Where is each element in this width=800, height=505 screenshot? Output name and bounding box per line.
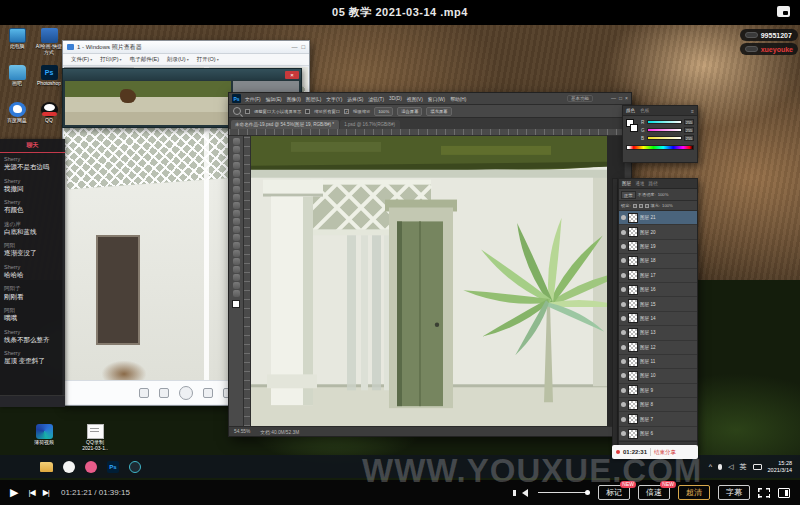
hand-tool-icon[interactable] — [233, 282, 240, 289]
move-tool-icon[interactable] — [233, 138, 240, 145]
ps-menu-item[interactable]: 编辑(E) — [266, 96, 282, 102]
fill-screen-button[interactable]: 填充屏幕 — [426, 107, 451, 116]
clone-tool-icon[interactable] — [233, 202, 240, 209]
mini-window-titlebar[interactable]: × — [63, 69, 301, 80]
green-value[interactable]: 255 — [684, 127, 694, 133]
photo-viewer-menu-item[interactable]: 打印(P) ▾ — [100, 56, 121, 63]
volume-slider[interactable] — [538, 492, 590, 493]
slideshow-icon[interactable] — [179, 386, 193, 400]
close-icon[interactable]: × — [285, 71, 299, 79]
lock-position-icon[interactable] — [645, 204, 649, 208]
theater-mode-icon[interactable] — [778, 488, 790, 498]
chat-message-list[interactable]: Sherry光源不是右边吗Sherry我撤回Sherry有颜色迷の岸白底和蓝线阿… — [0, 153, 65, 383]
desktop-icon-video-app[interactable]: 薄荷视频 — [34, 423, 54, 451]
zoom-percentage[interactable]: 54.55% — [234, 429, 250, 434]
ps-workspace-switcher[interactable]: 基本功能 — [567, 95, 593, 102]
type-tool-icon[interactable] — [233, 258, 240, 265]
photo-viewer-menu-item[interactable]: 电子邮件(E) — [130, 56, 159, 63]
fullscreen-icon[interactable] — [758, 488, 770, 498]
layer-row[interactable]: 图层 7 — [619, 412, 697, 426]
eye-icon[interactable] — [621, 273, 626, 278]
tab-layers[interactable]: 图层 — [622, 181, 631, 186]
path-select-tool-icon[interactable] — [233, 266, 240, 273]
ps-menu-item[interactable]: 文件(F) — [245, 96, 261, 102]
layer-row[interactable]: 图层 9 — [619, 384, 697, 398]
dodge-tool-icon[interactable] — [233, 242, 240, 249]
gradient-tool-icon[interactable] — [233, 226, 240, 233]
crop-tool-icon[interactable] — [233, 170, 240, 177]
desktop-icon-qq[interactable]: QQ — [34, 101, 64, 138]
green-slider[interactable] — [647, 128, 682, 132]
eye-icon[interactable] — [621, 373, 626, 378]
taskbar-clock[interactable]: 15:28 2021/3/14 — [768, 460, 792, 473]
video-content[interactable]: 此电脑 AI绘画·快捷方式 画吧 Ps Photoshop 百度网盘 QQ — [0, 25, 800, 480]
desktop-icon-shortcut[interactable]: AI绘画·快捷方式 — [34, 27, 64, 64]
layer-row[interactable]: 图层 15 — [619, 297, 697, 311]
red-value[interactable]: 255 — [684, 119, 694, 125]
tab-channels[interactable]: 通道 — [635, 181, 644, 186]
eye-icon[interactable] — [621, 402, 626, 407]
photo-viewer-minimize-icon[interactable]: — — [291, 44, 297, 50]
photo-viewer-menu-item[interactable]: 打开(O) ▾ — [197, 56, 219, 63]
layer-row[interactable]: 图层 21 — [619, 211, 697, 225]
ps-titlebar[interactable]: Ps 文件(F)编辑(E)图像(I)图层(L)文字(Y)选择(S)滤镜(T)3D… — [229, 93, 631, 105]
panel-menu-icon[interactable]: ≡ — [691, 108, 694, 114]
painting-canvas[interactable] — [251, 136, 607, 426]
foreground-color-icon[interactable] — [232, 300, 240, 308]
music-app-icon[interactable] — [85, 461, 97, 473]
tab-paths[interactable]: 路径 — [648, 181, 657, 186]
stop-sharing-button[interactable]: 结束分享 — [654, 449, 676, 456]
lock-pixels-icon[interactable] — [639, 204, 643, 208]
language-indicator[interactable]: 英 — [740, 462, 747, 472]
ps-canvas-area[interactable] — [251, 136, 624, 426]
eye-icon[interactable] — [621, 417, 626, 422]
desktop-icon-folder[interactable]: 画吧 — [2, 64, 32, 101]
layer-row[interactable]: 图层 18 — [619, 254, 697, 268]
desktop-icon-this-pc[interactable]: 此电脑 — [2, 27, 32, 64]
layer-row[interactable]: 图层 6 — [619, 427, 697, 441]
photo-viewer-titlebar[interactable]: 1 - Windows 照片查看器 — □ — [63, 41, 309, 54]
eye-icon[interactable] — [621, 287, 626, 292]
layer-row[interactable]: 图层 11 — [619, 355, 697, 369]
color-spectrum-bar[interactable] — [626, 145, 694, 150]
ps-menu-item[interactable]: 帮助(H) — [450, 96, 466, 102]
chat-input[interactable] — [0, 395, 65, 407]
layer-row[interactable]: 图层 19 — [619, 240, 697, 254]
document-tab-active[interactable]: 未命名作品-19.psd @ 54.5%(图层 19, RGB/8#) * — [231, 120, 339, 129]
chat-tab[interactable]: 聊天 — [27, 141, 39, 150]
browser-icon[interactable] — [63, 461, 75, 473]
eye-icon[interactable] — [621, 330, 626, 335]
ps-menu-item[interactable]: 图像(I) — [287, 96, 301, 102]
eye-icon[interactable] — [621, 230, 626, 235]
layer-row[interactable]: 图层 20 — [619, 225, 697, 239]
shape-tool-icon[interactable] — [233, 274, 240, 281]
layer-row[interactable]: 图层 13 — [619, 326, 697, 340]
eye-icon[interactable] — [621, 244, 626, 249]
photo-viewer-menu-item[interactable]: 刻录(U) ▾ — [167, 56, 189, 63]
zoom-tool-icon[interactable] — [233, 290, 240, 297]
eye-icon[interactable] — [621, 345, 626, 350]
eye-icon[interactable] — [621, 215, 626, 220]
maximize-icon[interactable]: □ — [619, 96, 622, 101]
background-color-swatch[interactable] — [630, 124, 638, 132]
layer-row[interactable]: 图层 12 — [619, 341, 697, 355]
lock-transparency-icon[interactable] — [633, 204, 637, 208]
subtitle-button[interactable]: 字幕 — [718, 485, 750, 500]
history-brush-tool-icon[interactable] — [233, 210, 240, 217]
mini-player-icon[interactable] — [777, 6, 790, 17]
keyboard-icon[interactable] — [753, 464, 762, 470]
eyedropper-tool-icon[interactable] — [233, 178, 240, 185]
eye-icon[interactable] — [621, 302, 626, 307]
lasso-tool-icon[interactable] — [233, 154, 240, 161]
marquee-tool-icon[interactable] — [233, 146, 240, 153]
fill-value[interactable]: 100% — [662, 203, 673, 208]
ps-menu-item[interactable]: 窗口(W) — [428, 96, 445, 102]
tray-expand-icon[interactable]: ^ — [709, 463, 712, 470]
taskbar-photoshop-icon[interactable]: Ps — [107, 461, 119, 473]
microphone-icon[interactable] — [718, 464, 722, 470]
ps-menu-item[interactable]: 图层(L) — [306, 96, 321, 102]
ps-menu-item[interactable]: 视图(V) — [407, 96, 423, 102]
play-button[interactable]: ▶ — [10, 486, 18, 499]
eye-icon[interactable] — [621, 316, 626, 321]
layer-row[interactable]: 图层 8 — [619, 398, 697, 412]
